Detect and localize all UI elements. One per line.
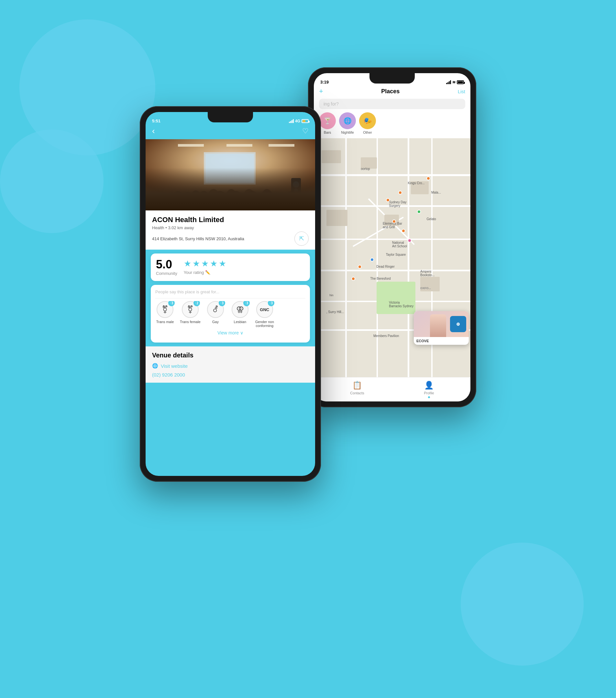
lesbian-icon-wrap: ⚢ 3 [232,301,248,318]
gnc-label: Gender nonconforming [255,320,274,327]
block1 [321,150,341,163]
directions-button[interactable]: ⇱ [295,232,309,246]
trans-female-badge: 2 [194,301,200,306]
map-add-button[interactable]: + [319,87,323,96]
svg-point-21 [286,191,296,205]
contacts-label: Contacts [350,391,364,395]
map-list-button[interactable]: List [458,89,465,94]
phone-link[interactable]: (02) 9206 2000 [152,372,309,377]
other-label: Other [363,130,372,134]
recovery-card[interactable]: ⊕ ECOVE [414,311,469,345]
front-screen-content: 5:51 4G [146,112,315,476]
category-scroll: 🍸 Bars 🌐 Nightlife 🎭 Other [319,112,465,136]
map-label-taylorsquare: Taylor Square [386,253,406,256]
road-h3 [314,239,470,240]
tag-gay[interactable]: ⚦ 3 Gay [206,301,225,327]
svg-point-13 [277,194,292,210]
back-phone-screen: 3:19 ≋ [314,73,470,402]
tags-divider [155,298,305,298]
back-battery-icon [457,80,464,84]
svg-point-11 [245,191,259,210]
category-bars[interactable]: 🍸 Bars [319,112,336,134]
sb2 [447,82,448,84]
map-label-victoria: VictoriaBarracks Sydney [389,301,414,308]
view-more-button[interactable]: View more ∨ [155,327,305,338]
map-bottom-nav: 📋 Contacts 👤 Profile [314,377,470,402]
recovery-figure [430,315,446,337]
profile-icon: 👤 [424,381,434,390]
back-signal-icon [446,80,451,84]
recovery-name: ECOVE [416,339,466,343]
trans-female-label: Trans female [180,320,201,324]
website-label: Visit website [161,363,188,369]
front-battery-fill [302,120,305,122]
star-2[interactable]: ★ [192,259,200,269]
back-phone-notch [370,73,415,84]
map-label-mala: Mala... [431,191,441,194]
your-rating-label: Your rating ✏️ [184,270,226,275]
back-phone: 3:19 ≋ [308,67,476,407]
back-status-right: ≋ [446,80,464,84]
sb1 [446,83,447,84]
svg-rect-1 [178,144,204,146]
rating-score: 5.0 [156,259,177,270]
block4 [327,210,347,226]
favorite-button[interactable]: ♡ [302,127,309,135]
star-4[interactable]: ★ [210,259,217,269]
svg-point-18 [226,189,237,203]
gay-badge: 3 [219,301,225,306]
map-label-ampers: AmpersBooksto... [420,270,434,277]
svg-point-16 [190,190,201,205]
stars-row[interactable]: ★ ★ ★ ★ ★ [184,259,226,269]
bars-label: Bars [324,130,331,134]
back-time: 3:19 [320,80,329,84]
fsb4 [293,119,294,123]
pin-6 [358,265,362,269]
svg-point-24 [294,189,298,192]
venue-name: ACON Health Limited [152,215,309,224]
rating-section: 5.0 Community ★ ★ ★ ★ ★ [151,253,310,281]
globe-icon: 🌐 [152,363,158,369]
star-1[interactable]: ★ [184,259,191,269]
tag-gnc[interactable]: GNC 3 Gender nonconforming [255,301,274,327]
nav-contacts[interactable]: 📋 Contacts [350,381,364,398]
front-phone-screen: 5:51 4G [146,112,315,476]
visit-website-link[interactable]: 🌐 Visit website [152,363,309,369]
svg-point-8 [197,191,210,210]
map-label-gelato: Gelato [426,217,436,221]
svg-rect-3 [269,144,295,146]
back-screen-content: 3:19 ≋ [314,73,470,402]
svg-point-10 [230,191,243,210]
star-3[interactable]: ★ [201,259,209,269]
map-title: Places [381,88,400,95]
front-signal-icon [289,119,294,123]
svg-point-15 [172,191,184,207]
venue-address-row: 414 Elizabeth St, Surry Hills NSW 2010, … [152,232,309,246]
map-label-sydneyday: Sydney DaySurgery [389,200,406,208]
map-area[interactable]: oortop Kings Cro... Mala... Sydney DaySu… [314,138,470,377]
map-label-deadringer: Dead Ringer [376,265,395,268]
nav-profile[interactable]: 👤 Profile [424,381,434,398]
svg-rect-0 [146,139,315,210]
venue-image [146,139,315,210]
front-status-right: 4G [289,119,309,123]
svg-point-17 [208,189,219,205]
category-other[interactable]: 🎭 Other [359,112,376,134]
crowd-simulation [146,139,315,210]
background-blob-middleleft [0,129,103,233]
category-nightlife[interactable]: 🌐 Nightlife [339,112,356,134]
map-label-rooftop: oortop [361,167,370,171]
other-circle: 🎭 [359,112,376,129]
rating-community-label: Community [156,271,177,276]
front-battery-icon [302,119,309,123]
back-button[interactable]: ‹ [152,126,155,136]
map-label-shin: hin [329,294,333,297]
tag-lesbian[interactable]: ⚢ 3 Lesbian [230,301,250,327]
sb3 [449,81,450,84]
back-wifi-icon: ≋ [452,80,456,84]
map-search-bar[interactable]: ing for? [319,99,465,109]
tag-trans-female[interactable]: ⚧ 2 Trans female [180,301,201,327]
venue-distance: 3.02 km away [168,225,194,230]
tag-trans-male[interactable]: ⚧ 3 Trans male [155,301,175,327]
star-5[interactable]: ★ [219,259,226,269]
